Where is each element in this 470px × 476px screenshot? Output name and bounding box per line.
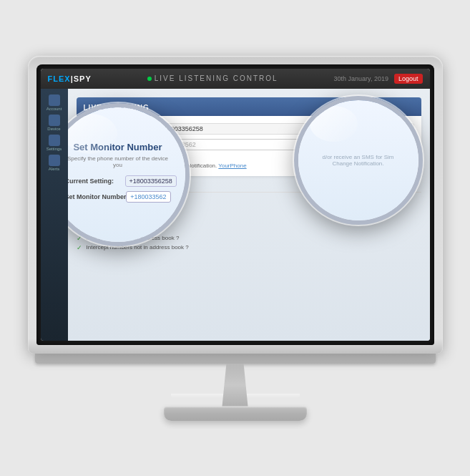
screen: FLEX|SPY LIVE LISTENING CONTROL 30th Jan… [41,69,430,341]
monitor-display: FLEX|SPY LIVE LISTENING CONTROL 30th Jan… [21,56,450,421]
topbar-title: LIVE LISTENING CONTROL [155,74,278,82]
sidebar-item-alerts[interactable]: Alerts [44,155,64,172]
set-monitor-input[interactable]: +180033562 [155,139,414,150]
sidebar-label-alerts: Alerts [49,167,59,171]
option-label-4: Intercept numbers not in address book ? [87,244,189,251]
watchlist-option-4[interactable]: ✓ Intercept numbers not in address book … [77,244,421,251]
set-monitor-row: Set Monitor Number: +180033562 [84,139,414,150]
content-area: Live Listening Current Setting: +1800335… [68,89,430,341]
sidebar-item-device[interactable]: Device [44,115,64,132]
settings-card: Current Setting: +18003356258 Set Monito… [77,116,421,176]
topbar-right: 30th January, 2019 Logout [334,74,423,84]
device-icon [49,115,60,126]
check-icon-4: ✓ [77,244,84,251]
account-icon [49,94,60,106]
option-label-3: Intercept numbers in address book ? [87,235,180,241]
page-header-title: Live Listening [84,104,150,112]
settings-icon [49,135,60,146]
logout-button[interactable]: Logout [394,74,423,84]
stand-neck [214,364,257,407]
alerts-icon [49,155,60,166]
cloud-options-label: Cloud Options [77,206,421,213]
sidebar-label-device: Device [47,127,60,131]
sidebar-item-settings[interactable]: Settings [44,135,64,152]
logo-flex: FLEX [48,74,71,83]
date-label: 30th January, 2019 [334,75,388,82]
monitor-bottom-bar [35,354,436,364]
set-monitor-label: Set Monitor Number: [84,141,155,148]
watchlist-title: Interception Watch List [77,182,421,193]
option-label-1: Intercept all searches [87,216,141,223]
check-icon-3: ✓ [77,235,84,242]
sidebar-label-account: Account [46,107,62,111]
watchlist-option-3[interactable]: ✓ Intercept numbers in address book ? [77,235,421,242]
current-setting-label: Current Setting: [84,125,155,132]
current-setting-row: Current Setting: +18003356258 [84,123,414,135]
option-label-2: Intercept unknown numbers ? [87,225,162,232]
sidebar-item-account[interactable]: Account [44,94,64,112]
topbar-title-area: LIVE LISTENING CONTROL [147,74,278,82]
important-body: to send/receive an SMS for Sim Change No… [84,162,414,169]
page-header: Live Listening [77,97,421,116]
sidebar-label-settings: Settings [46,147,62,151]
current-setting-value: +18003356258 [155,123,414,135]
logo-spy: SPY [74,74,92,83]
watchlist-option-2[interactable]: ✓ Intercept unknown numbers ? [77,225,421,233]
main-layout: Account Device Settings Alerts [41,89,430,341]
watchlist-option-1[interactable]: ✓ Intercept all searches [77,216,421,223]
logo: FLEX|SPY [48,74,92,83]
check-icon-2: ✓ [77,225,84,233]
sidebar: Account Device Settings Alerts [41,89,68,341]
yourphone-link[interactable]: YourPhone [218,162,246,169]
live-indicator [147,77,152,81]
monitor-bezel: FLEX|SPY LIVE LISTENING CONTROL 30th Jan… [36,64,434,345]
logo-text: FLEX|SPY [48,74,92,83]
check-icon-1: ✓ [77,216,84,223]
stand-base [164,407,307,421]
monitor-outer: FLEX|SPY LIVE LISTENING CONTROL 30th Jan… [28,56,443,354]
important-prefix: IMPORTANT: This is NOT the Ta [84,155,414,161]
watchlist-subtitle: Specify the phone numbers to monitor [77,195,421,202]
topbar: FLEX|SPY LIVE LISTENING CONTROL 30th Jan… [41,69,430,89]
